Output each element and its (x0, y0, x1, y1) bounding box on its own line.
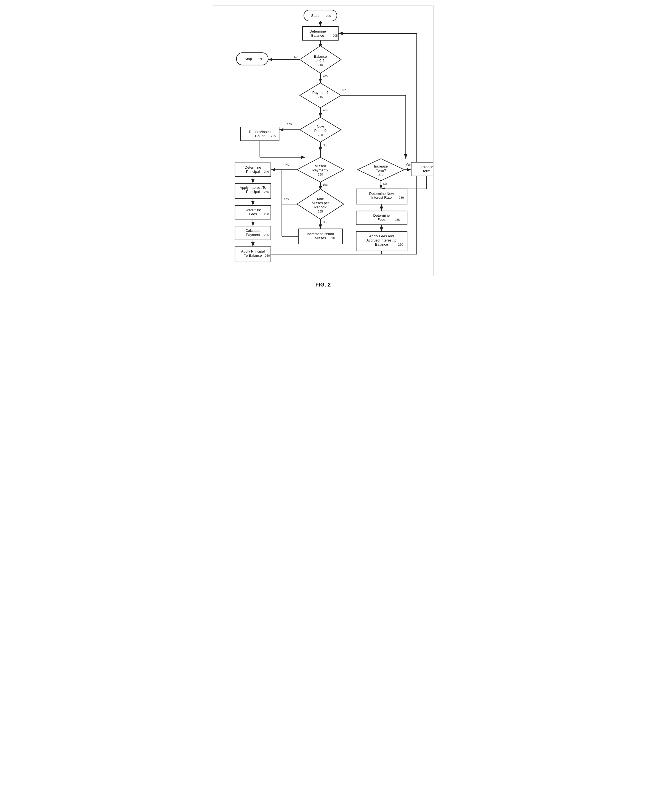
n250-label2: Fees (249, 212, 257, 216)
n235-yes-label: Yes (284, 197, 289, 201)
n225-num: 225 (271, 134, 276, 138)
n225-label1: Reset Missed (249, 130, 270, 134)
n280-num: 280 (399, 196, 404, 199)
flowchart-diagram: text { font-family: Arial, sans-serif; f… (213, 6, 434, 276)
n220-num: 220 (318, 133, 323, 137)
n245-label2: Principal (246, 189, 260, 194)
n235-num: 235 (318, 210, 323, 213)
n280-label1: Determine New (369, 192, 394, 196)
n235-label1: Max (317, 197, 324, 201)
n230-label1: Missed (315, 164, 326, 168)
n290-num: 290 (398, 243, 403, 246)
n275-label2: Term (422, 169, 430, 173)
n255-label1: Calculate (245, 229, 260, 233)
n260-num: 260 (265, 254, 270, 257)
n220-label1: New (317, 125, 324, 129)
stop-num: 299 (258, 57, 263, 61)
n280-label2: Interest Rate (371, 195, 392, 200)
n235-no-label: No (323, 221, 326, 224)
n245-label1: Apply Interest To (239, 185, 266, 189)
n220-label2: Period? (314, 129, 326, 133)
n245-num: 245 (264, 190, 269, 194)
figure-label: FIG. 2 (213, 281, 434, 291)
n255-num: 255 (264, 233, 269, 237)
stop-label: Stop (244, 57, 252, 61)
n205-num: 205 (332, 34, 337, 37)
n210-yes-label: Yes (323, 74, 328, 78)
n215-yes-label: Yes (323, 108, 328, 112)
n265-label1: Increment Period (306, 232, 334, 236)
n205-label: Determine (309, 29, 326, 34)
n290-label1: Apply Fees and (369, 234, 394, 238)
n250-num: 250 (264, 212, 269, 216)
n235-label3: Period? (314, 205, 326, 209)
n225-label2: Count (255, 134, 265, 138)
n230-label2: Payment? (312, 168, 328, 172)
n270-yes-label: Yes (406, 163, 411, 166)
n235-label2: Misses per (312, 201, 329, 205)
start-num: 200 (326, 14, 331, 17)
n230-no-label: No (285, 163, 289, 166)
n210-no-label: No (294, 55, 298, 59)
n240-label2: Principal (246, 169, 260, 174)
n205-label2: Balance (311, 34, 324, 38)
n250-label1: Determine (244, 208, 261, 212)
n265-label2: Misses (315, 236, 326, 240)
n270-num: 270 (378, 173, 383, 176)
n270-no-label: No (383, 182, 387, 185)
n230-yes-label: Yes (323, 183, 328, 186)
n215-no-label: No (342, 89, 346, 92)
n220-no-label: No (323, 143, 326, 147)
n275-label1: Increase (419, 165, 433, 169)
n255-label2: Payment (246, 233, 260, 237)
n270-label2: Term? (376, 168, 386, 172)
n265-num: 265 (331, 237, 336, 240)
n290-label2: Accrued Interest to (366, 238, 396, 242)
start-label: Start (311, 14, 319, 18)
n290-label3: Balance (375, 242, 388, 246)
n215-num: 215 (318, 95, 323, 99)
start-node (304, 10, 337, 21)
n240-num: 240 (264, 170, 269, 173)
n210-label2: > 0 ? (316, 58, 324, 63)
n270-label1: Increase (374, 164, 388, 168)
n285-label2: Fees (378, 217, 385, 221)
n285-num: 285 (395, 218, 399, 221)
n220-yes-label: Yes (287, 122, 292, 125)
n260-label2: To Balance (244, 253, 262, 258)
n260-label1: Apply Principal (241, 249, 265, 253)
n215-label: Payment? (312, 90, 328, 95)
n285-label1: Determine (373, 213, 390, 217)
n210-num: 210 (318, 63, 323, 67)
n240-label1: Determine (244, 165, 261, 169)
n230-num: 230 (318, 173, 323, 176)
n210-label1: Balance (314, 54, 327, 58)
